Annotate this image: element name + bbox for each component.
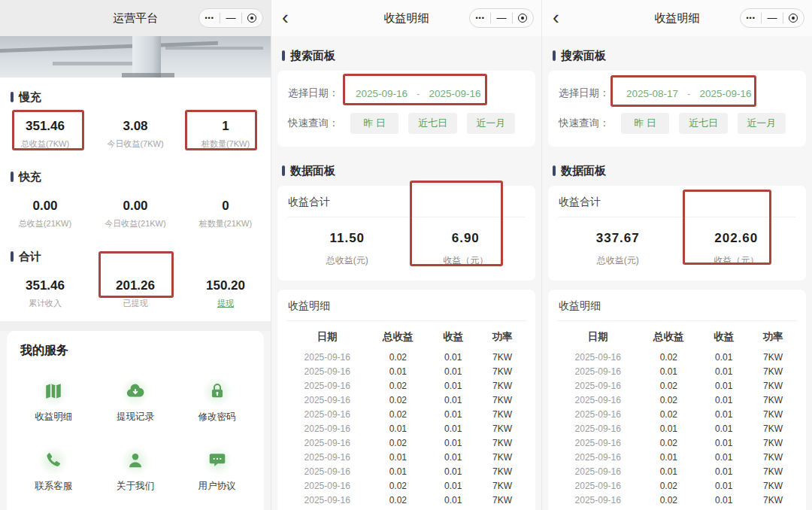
search-card: 选择日期： 2025-09-16 - 2025-09-16 快速查询： 昨 日 …: [277, 71, 535, 147]
service-user-agreement[interactable]: 用户协议: [176, 436, 258, 505]
miniprogram-capsule: ••• —: [469, 8, 534, 28]
total-stats: 351.46 累计收入 201.26 已提现 150.20 提现: [0, 270, 271, 317]
table-cell: 0.01: [428, 352, 478, 363]
table-cell: 2025-09-16: [286, 409, 368, 420]
table-row: 2025-09-160.020.017KW: [286, 393, 526, 407]
back-button[interactable]: ‹: [553, 7, 559, 28]
search-card: 选择日期： 2025-08-17 - 2025-09-16 快速查询： 昨 日 …: [548, 71, 806, 147]
chat-icon: [201, 448, 234, 473]
close-target-icon[interactable]: [242, 14, 262, 23]
more-button[interactable]: •••: [470, 9, 490, 27]
table-row: 2025-09-160.010.017KW: [557, 507, 797, 510]
back-button[interactable]: ‹: [282, 7, 289, 28]
table-cell: 0.01: [638, 366, 698, 377]
lock-icon: [201, 378, 234, 404]
table-cell: 0.01: [428, 495, 478, 505]
col-income: 收益: [698, 330, 749, 344]
table-cell: 7KW: [749, 423, 797, 434]
table-cell: 2025-09-16: [557, 381, 638, 391]
table-cell: 2025-09-16: [286, 466, 368, 477]
col-date: 日期: [557, 330, 638, 344]
table-cell: 0.01: [368, 366, 428, 377]
table-cell: 0.02: [638, 352, 698, 363]
table-row: 2025-09-160.020.017KW: [557, 350, 797, 364]
service-withdraw-records[interactable]: 提现记录: [95, 366, 177, 436]
table-cell: 0.01: [698, 495, 749, 505]
table-cell: 0.01: [428, 423, 478, 434]
phone-icon: [37, 448, 70, 473]
table-cell: 0.01: [698, 366, 749, 377]
table-header: 日期 总收益 收益 功率: [557, 321, 797, 350]
table-cell: 2025-09-16: [557, 352, 638, 363]
income-detail-screen-day: ‹ 收益明细 ••• — 搜索面板 选择日期： 2025-09-16 - 202…: [271, 0, 541, 510]
table-cell: 0.01: [368, 466, 428, 477]
table-cell: 7KW: [749, 466, 797, 477]
col-power: 功率: [749, 330, 797, 344]
section-data-panel: 数据面板: [271, 163, 541, 178]
cloud-download-icon: [119, 378, 152, 404]
close-target-icon[interactable]: [513, 14, 533, 23]
table-cell: 0.01: [698, 381, 749, 391]
table-row: 2025-09-160.010.017KW: [286, 421, 526, 436]
navbar: ‹ 收益明细 ••• —: [271, 0, 541, 36]
table-cell: 2025-09-16: [286, 352, 368, 363]
map-icon: [37, 378, 70, 404]
quick-1month-button[interactable]: 近一月: [467, 113, 515, 134]
table-cell: 0.01: [368, 423, 428, 434]
service-income-detail[interactable]: 收益明细: [13, 366, 95, 436]
charging-station-photo: [0, 36, 271, 77]
minimize-button[interactable]: —: [491, 9, 511, 27]
table-cell: 0.01: [638, 423, 698, 434]
close-target-icon[interactable]: [783, 14, 804, 23]
services-grid: 收益明细 提现记录 修改密码: [13, 366, 258, 510]
withdraw-link[interactable]: 提现: [217, 298, 234, 309]
table-cell: 0.01: [698, 352, 749, 363]
table-cell: 7KW: [478, 423, 526, 434]
stat-pile-count-21kw: 0 桩数量(21KW): [180, 190, 271, 237]
service-contact-support[interactable]: 联系客服: [13, 436, 95, 505]
stat-income: 202.60 收益（元）: [677, 231, 796, 267]
table-cell: 7KW: [478, 452, 526, 463]
table-cell: 7KW: [749, 452, 797, 463]
table-cell: 7KW: [749, 352, 797, 363]
table-cell: 2025-09-16: [286, 423, 368, 434]
quick-yesterday-button[interactable]: 昨 日: [350, 113, 398, 134]
quick-7days-button[interactable]: 近七日: [679, 113, 727, 134]
person-icon: [119, 448, 152, 473]
date-start-picker[interactable]: 2025-08-17: [626, 88, 678, 99]
table-cell: 2025-09-16: [557, 495, 638, 505]
table-cell: 7KW: [478, 366, 526, 377]
more-button[interactable]: •••: [741, 9, 761, 27]
table-cell: 0.01: [638, 452, 698, 463]
minimize-button[interactable]: —: [762, 9, 782, 27]
minimize-button[interactable]: —: [220, 9, 241, 27]
table-cell: 0.01: [698, 409, 749, 420]
table-row: 2025-09-160.020.017KW: [286, 350, 526, 364]
table-row: 2025-09-160.020.017KW: [557, 407, 797, 421]
section-bar: [553, 50, 556, 61]
table-cell: 7KW: [749, 381, 797, 391]
date-end-picker[interactable]: 2025-09-16: [429, 88, 480, 99]
more-button[interactable]: •••: [199, 9, 220, 27]
table-cell: 7KW: [478, 438, 526, 448]
table-row: 2025-09-160.020.017KW: [286, 493, 526, 507]
service-upload[interactable]: [95, 505, 177, 510]
quick-1month-button[interactable]: 近一月: [738, 113, 786, 134]
table-row: 2025-09-160.020.017KW: [286, 436, 526, 450]
navbar: ‹ 收益明细 ••• —: [542, 0, 812, 36]
quick-query-row: 快速查询： 昨 日 近七日 近一月: [288, 112, 525, 135]
service-change-password[interactable]: 修改密码: [176, 366, 258, 436]
quick-yesterday-button[interactable]: 昨 日: [621, 113, 669, 134]
table-title: 收益明细: [286, 299, 526, 321]
section-data-panel: 数据面板: [542, 163, 812, 178]
table-cell: 0.01: [428, 395, 478, 405]
date-end-picker[interactable]: 2025-09-16: [699, 88, 751, 99]
quick-7days-button[interactable]: 近七日: [408, 113, 456, 134]
table-title: 收益明细: [557, 299, 797, 321]
date-start-picker[interactable]: 2025-09-16: [356, 88, 408, 99]
date-range-row: 选择日期： 2025-09-16 - 2025-09-16: [288, 82, 525, 105]
miniprogram-capsule: ••• —: [740, 8, 804, 28]
service-about-us[interactable]: 关于我们: [95, 436, 177, 505]
service-send[interactable]: [13, 505, 95, 510]
slow-charge-stats: 351.46 总收益(7KW) 3.08 今日收益(7KW) 1 桩数量(7KW…: [0, 111, 271, 157]
